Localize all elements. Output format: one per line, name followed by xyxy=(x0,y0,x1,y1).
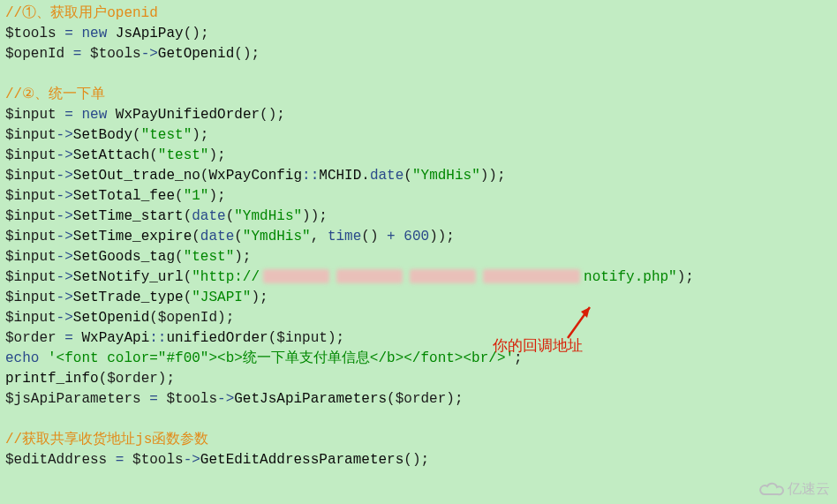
redacted-url-segment xyxy=(336,269,403,283)
comment: //②、统一下单 xyxy=(5,87,105,102)
redacted-url-segment xyxy=(263,269,329,283)
code-block: //①、获取用户openid $tools = new JsApiPay(); … xyxy=(0,0,837,474)
annotation-label: 你的回调地址 xyxy=(493,335,583,356)
redacted-url-segment xyxy=(483,269,580,283)
watermark: 亿速云 xyxy=(759,478,830,499)
comment: //获取共享收货地址js函数参数 xyxy=(5,432,208,448)
redacted-url-segment xyxy=(410,269,476,283)
cloud-icon xyxy=(759,480,784,498)
watermark-text: 亿速云 xyxy=(788,478,830,499)
comment: //①、获取用户openid xyxy=(5,5,158,21)
